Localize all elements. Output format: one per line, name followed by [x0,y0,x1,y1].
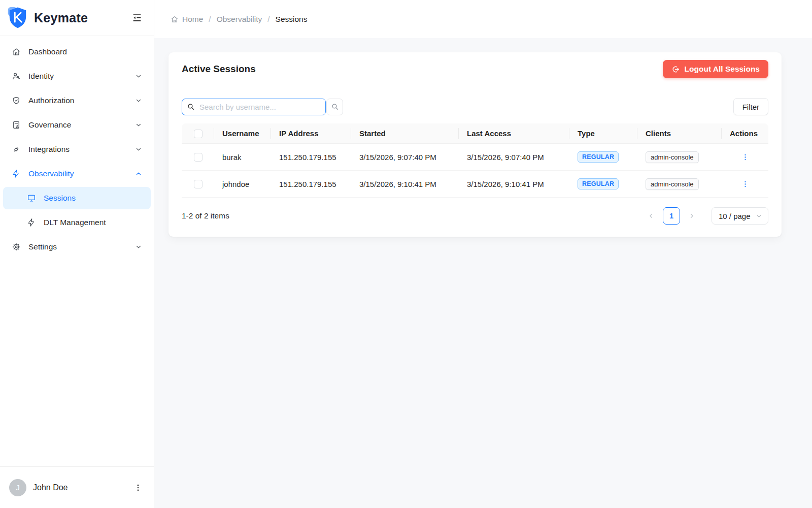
chevron-down-icon [135,97,142,104]
chevron-left-icon [648,212,655,219]
home-icon [12,47,21,56]
sidebar-item-label: Settings [28,242,57,251]
plug-icon [12,145,21,154]
sidebar-item-settings[interactable]: Settings [5,236,149,258]
document-user-icon [12,120,21,130]
column-header-username: Username [214,123,271,144]
zap-icon [12,169,21,178]
pagination: 1 10 / page [644,207,768,225]
items-summary: 1-2 of 2 items [182,211,229,220]
content: Active Sessions Logout All Sessions [154,38,812,237]
menu-fold-icon [131,12,143,23]
topbar: Home / Observability / Sessions [154,0,812,38]
cell-last-access: 3/15/2026, 9:07:40 PM [459,144,569,171]
row-actions-button[interactable] [739,178,752,190]
cell-started: 3/15/2026, 9:07:40 PM [351,144,459,171]
chevron-up-icon [135,170,142,177]
active-sessions-card: Active Sessions Logout All Sessions [168,52,782,237]
shield-check-icon [12,96,21,105]
sidebar-item-dashboard[interactable]: Dashboard [5,41,149,63]
previous-page-button[interactable] [644,207,659,225]
dots-vertical-icon [741,180,750,188]
sidebar-item-label: Governance [28,120,71,130]
search-input[interactable] [182,99,326,115]
search-input-wrap [182,99,326,115]
sidebar-user-section: J John Doe [0,466,154,508]
gear-icon [12,242,21,251]
sidebar: Keymate Dashboard Identity Authorizati [0,0,154,508]
row-checkbox[interactable] [194,153,202,162]
cell-ip: 151.250.179.155 [271,171,351,198]
breadcrumb-label: Observability [217,15,262,24]
sidebar-item-label: Sessions [44,194,76,203]
column-header-clients: Clients [637,123,722,144]
sidebar-item-label: Identity [28,72,54,81]
app-root: Keymate Dashboard Identity Authorizati [0,0,812,508]
search-group [182,99,343,115]
client-tag: admin-console [646,151,699,163]
chevron-down-icon [756,213,762,219]
table-row: johndoe 151.250.179.155 3/15/2026, 9:10:… [182,171,768,198]
search-icon [331,103,339,111]
sessions-table: Username IP Address Started Last Access … [182,123,768,198]
home-icon [171,15,179,23]
session-type-badge: REGULAR [578,151,619,163]
session-type-badge: REGULAR [578,178,619,189]
user-key-icon [12,72,21,81]
table-footer: 1-2 of 2 items 1 10 / page [182,207,768,225]
breadcrumb-separator: / [209,15,211,24]
sidebar-item-observability[interactable]: Observability [5,163,149,185]
page-title: Active Sessions [182,64,256,75]
user-name: John Doe [33,483,125,492]
toolbar: Filter [182,98,768,115]
logout-all-sessions-button[interactable]: Logout All Sessions [663,60,768,78]
sidebar-item-sessions[interactable]: Sessions [3,187,151,209]
sidebar-item-label: Authorization [28,96,74,105]
sidebar-item-governance[interactable]: Governance [5,114,149,136]
sidebar-item-integrations[interactable]: Integrations [5,138,149,161]
table-header-row: Username IP Address Started Last Access … [182,123,768,144]
user-menu-button[interactable] [131,481,145,494]
page-number-button[interactable]: 1 [663,207,680,225]
cell-username: johndoe [214,171,271,198]
chevron-down-icon [135,243,142,250]
row-checkbox[interactable] [194,180,202,188]
sidebar-item-label: Observability [28,169,74,178]
column-header-last-access: Last Access [459,123,569,144]
chevron-down-icon [135,121,142,129]
row-actions-button[interactable] [739,151,752,164]
app-title: Keymate [34,11,125,25]
cell-username: burak [214,144,271,171]
cell-started: 3/15/2026, 9:10:41 PM [351,171,459,198]
search-icon [187,103,195,111]
sidebar-collapse-button[interactable] [130,11,144,24]
dots-vertical-icon [133,483,143,492]
sidebar-menu: Dashboard Identity Authorization Governa… [0,36,154,466]
zap-icon [27,218,36,227]
card-header: Active Sessions Logout All Sessions [182,60,768,78]
next-page-button[interactable] [684,207,699,225]
column-header-started: Started [351,123,459,144]
observability-submenu: Sessions DLT Management [0,187,154,234]
breadcrumb-observability[interactable]: Observability [217,15,262,24]
sidebar-item-dlt-management[interactable]: DLT Management [3,211,151,234]
keymate-logo-icon [7,6,28,29]
breadcrumb-separator: / [267,15,269,24]
main-area: Home / Observability / Sessions Active S… [154,0,812,508]
sidebar-item-authorization[interactable]: Authorization [5,89,149,112]
cell-ip: 151.250.179.155 [271,144,351,171]
column-header-ip: IP Address [271,123,351,144]
breadcrumb-home[interactable]: Home [171,15,203,24]
breadcrumb: Home / Observability / Sessions [171,15,307,24]
page-size-select[interactable]: 10 / page [712,207,768,225]
cell-last-access: 3/15/2026, 9:10:41 PM [459,171,569,198]
sidebar-item-identity[interactable]: Identity [5,65,149,87]
search-button[interactable] [326,99,343,115]
filter-button[interactable]: Filter [733,98,768,115]
select-all-checkbox[interactable] [194,130,202,138]
sidebar-item-label: Dashboard [28,47,67,56]
page-size-value: 10 / page [719,212,751,220]
sidebar-item-label: DLT Management [44,218,106,227]
client-tag: admin-console [646,178,699,190]
dots-vertical-icon [741,153,750,162]
